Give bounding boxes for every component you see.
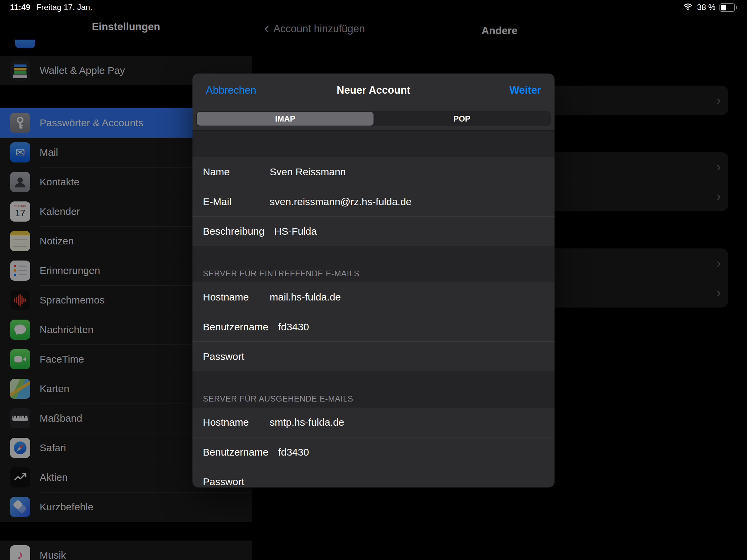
field-label: Passwort <box>203 351 260 362</box>
incoming-hostname-field[interactable]: mail.hs-fulda.de <box>270 291 341 303</box>
form-row-outgoing-username: Benutzername fd3430 <box>192 437 555 466</box>
next-button[interactable]: Weiter <box>510 84 541 96</box>
outgoing-hostname-field[interactable]: smtp.hs-fulda.de <box>270 417 344 428</box>
form-row-description: Beschreibung HS-Fulda <box>192 216 555 246</box>
form-row-name: Name Sven Reissmann <box>192 157 555 187</box>
section-header: SERVER FÜR AUSGEHENDE E-MAILS <box>203 394 353 404</box>
field-label: Passwort <box>203 476 260 487</box>
battery-icon <box>719 3 735 12</box>
tab-pop[interactable]: POP <box>374 112 550 126</box>
field-label: E-Mail <box>203 196 260 208</box>
outgoing-section-header-area: SERVER FÜR AUSGEHENDE E-MAILS <box>192 371 555 407</box>
form-row-incoming-password: Passwort <box>192 342 555 371</box>
form-row-outgoing-hostname: Hostname smtp.hs-fulda.de <box>192 407 555 437</box>
battery-percent: 38 % <box>697 3 716 12</box>
form-row-email: E-Mail sven.reissmann@rz.hs-fulda.de <box>192 187 555 216</box>
section-header: SERVER FÜR EINTREFFENDE E-MAILS <box>203 269 359 278</box>
account-info-group: Name Sven Reissmann E-Mail sven.reissman… <box>192 157 555 246</box>
incoming-section-header-area: SERVER FÜR EINTREFFENDE E-MAILS <box>192 246 555 282</box>
status-time: 11:49 <box>10 3 30 12</box>
modal-header: Abbrechen Neuer Account Weiter <box>192 74 555 107</box>
wifi-icon <box>683 2 693 12</box>
incoming-username-field[interactable]: fd3430 <box>278 321 309 333</box>
email-field[interactable]: sven.reissmann@rz.hs-fulda.de <box>270 196 411 208</box>
status-bar: 11:49 Freitag 17. Jan. 38 % <box>0 0 747 15</box>
segmented-control: IMAP POP <box>196 111 551 126</box>
field-label: Beschreibung <box>203 225 264 237</box>
form-row-outgoing-password: Passwort <box>192 466 555 487</box>
tab-imap[interactable]: IMAP <box>197 112 374 126</box>
form-row-incoming-hostname: Hostname mail.hs-fulda.de <box>192 282 555 312</box>
outgoing-username-field[interactable]: fd3430 <box>278 447 309 458</box>
field-label: Benutzername <box>203 321 268 333</box>
ipad-settings-screen: 11:49 Freitag 17. Jan. 38 % Einstellunge… <box>0 0 747 560</box>
account-type-tabs: IMAP POP <box>192 107 555 131</box>
field-label: Benutzername <box>203 447 268 458</box>
field-label: Hostname <box>203 417 260 428</box>
battery-cap <box>736 6 737 9</box>
cancel-button[interactable]: Abbrechen <box>206 84 256 96</box>
field-label: Hostname <box>203 291 260 303</box>
description-field[interactable]: HS-Fulda <box>274 225 317 237</box>
new-account-modal: Abbrechen Neuer Account Weiter IMAP POP … <box>192 74 555 487</box>
field-label: Name <box>203 166 260 178</box>
outgoing-server-group: Hostname smtp.hs-fulda.de Benutzername f… <box>192 407 555 487</box>
form-row-incoming-username: Benutzername fd3430 <box>192 312 555 342</box>
name-field[interactable]: Sven Reissmann <box>270 166 346 178</box>
incoming-server-group: Hostname mail.hs-fulda.de Benutzername f… <box>192 282 555 371</box>
status-date: Freitag 17. Jan. <box>36 3 93 12</box>
group-spacer <box>192 131 555 157</box>
